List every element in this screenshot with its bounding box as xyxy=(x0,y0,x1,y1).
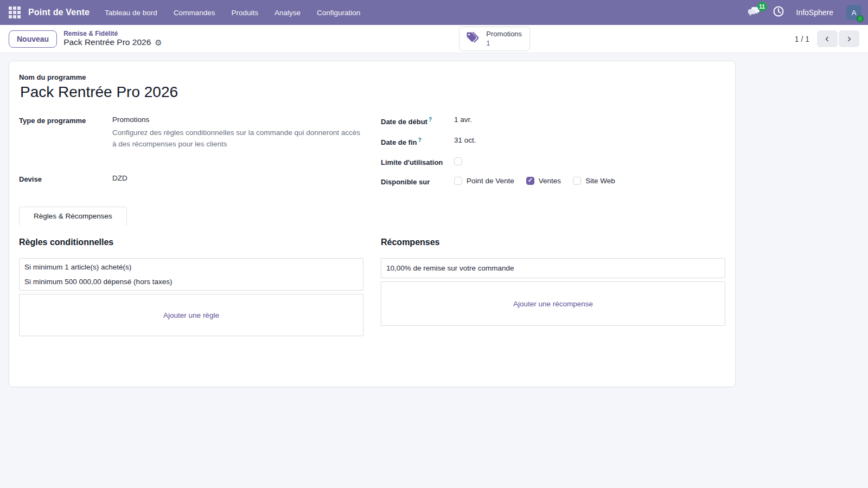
rewards-title: Récompenses xyxy=(381,237,725,247)
menu-item-dashboard[interactable]: Tableau de bord xyxy=(105,9,157,17)
program-type-value[interactable]: Promotions xyxy=(112,115,149,124)
app-title[interactable]: Point de Vente xyxy=(28,8,90,17)
currency-value[interactable]: DZD xyxy=(112,174,127,182)
add-rule-button[interactable]: Ajouter une règle xyxy=(19,294,363,336)
chat-bubbles-icon xyxy=(748,10,761,19)
company-name[interactable]: InfoSphere xyxy=(796,8,834,17)
breadcrumb: Remise & Fidélité Pack Rentrée Pro 2026 … xyxy=(63,30,162,48)
checkbox-point-de-vente[interactable] xyxy=(454,177,462,185)
help-marker-icon: ? xyxy=(429,117,432,123)
pager-next-button[interactable] xyxy=(839,30,859,47)
menu-item-orders[interactable]: Commandes xyxy=(174,9,215,17)
checkbox-site-web-label: Site Web xyxy=(585,177,615,185)
date-start-label: Date de début? xyxy=(381,115,454,126)
rule-row[interactable]: Si minimum 500 000,00 dépensé (hors taxe… xyxy=(20,276,363,291)
rewards-list: 10,00% de remise sur votre commande xyxy=(381,258,725,278)
main-menu: Tableau de bord Commandes Produits Analy… xyxy=(105,9,360,17)
tab-rules-rewards[interactable]: Règles & Récompenses xyxy=(19,207,127,226)
pager-previous-button[interactable] xyxy=(817,30,838,47)
new-button[interactable]: Nouveau xyxy=(9,30,57,48)
date-end-label: Date de fin? xyxy=(381,136,454,146)
pricetags-icon xyxy=(465,31,481,47)
online-status-dot xyxy=(857,15,864,22)
pager-counter: 1 / 1 xyxy=(795,35,809,43)
smart-button-label: Promotions xyxy=(486,30,522,38)
top-navbar: Point de Vente Tableau de bord Commandes… xyxy=(0,0,868,25)
content-area: Nom du programme Pack Rentrée Pro 2026 T… xyxy=(0,53,868,488)
program-name-label: Nom du programme xyxy=(19,73,725,81)
notebook-tabs: Règles & Récompenses xyxy=(19,207,725,226)
control-panel: Nouveau Remise & Fidélité Pack Rentrée P… xyxy=(0,25,868,53)
menu-item-configuration[interactable]: Configuration xyxy=(317,9,360,17)
breadcrumb-current: Pack Rentrée Pro 2026 xyxy=(63,37,151,47)
program-type-help: Configurez des règles conditionnelles su… xyxy=(112,127,363,150)
apps-grid-icon[interactable] xyxy=(9,7,21,18)
usage-limit-checkbox[interactable] xyxy=(454,157,462,165)
rules-title: Règles conditionnelles xyxy=(19,237,363,247)
date-start-value[interactable]: 1 avr. xyxy=(454,115,472,124)
form-sheet: Nom du programme Pack Rentrée Pro 2026 T… xyxy=(9,61,736,387)
checkbox-point-de-vente-label: Point de Vente xyxy=(467,177,514,185)
available-on-label: Disponible sur xyxy=(381,177,454,186)
menu-item-products[interactable]: Produits xyxy=(231,9,258,17)
usage-limit-label: Limite d'utilisation xyxy=(381,157,454,166)
promotions-smart-button[interactable]: Promotions 1 xyxy=(459,27,530,51)
message-count-badge: 11 xyxy=(757,2,767,11)
rules-section: Règles conditionnelles Si minimum 1 arti… xyxy=(19,237,363,340)
program-type-label: Type de programme xyxy=(19,115,95,125)
help-marker-icon: ? xyxy=(418,137,421,143)
currency-label: Devise xyxy=(19,174,95,183)
date-end-value[interactable]: 31 oct. xyxy=(454,136,476,144)
checkbox-ventes[interactable] xyxy=(526,177,534,185)
breadcrumb-parent-link[interactable]: Remise & Fidélité xyxy=(63,30,162,38)
rule-row[interactable]: Si minimum 1 article(s) acheté(s) xyxy=(20,259,363,276)
messages-button[interactable]: 11 xyxy=(748,5,761,20)
add-reward-button[interactable]: Ajouter une récompense xyxy=(381,281,725,326)
rules-list: Si minimum 1 article(s) acheté(s) Si min… xyxy=(19,258,363,291)
user-menu[interactable]: A xyxy=(846,5,861,20)
activity-clock-icon[interactable] xyxy=(773,5,784,20)
rewards-section: Récompenses 10,00% de remise sur votre c… xyxy=(381,237,725,340)
menu-item-analysis[interactable]: Analyse xyxy=(275,9,301,17)
gear-icon[interactable]: ⚙ xyxy=(155,38,162,47)
reward-row[interactable]: 10,00% de remise sur votre commande xyxy=(381,259,725,278)
program-name-input[interactable]: Pack Rentrée Pro 2026 xyxy=(20,84,725,101)
checkbox-site-web[interactable] xyxy=(573,177,581,185)
smart-button-count: 1 xyxy=(486,39,522,48)
checkbox-ventes-label: Ventes xyxy=(539,177,561,185)
